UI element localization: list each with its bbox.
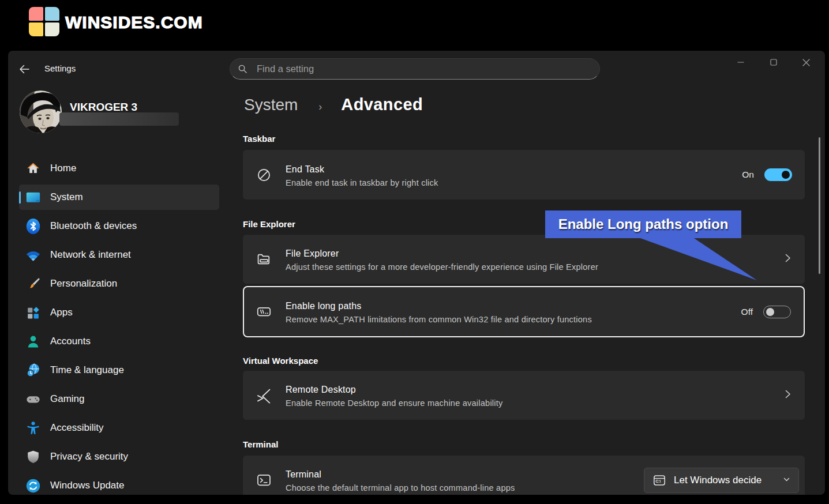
sidebar-item-apps[interactable]: Apps <box>19 300 219 325</box>
user-name: VIKROGER 3 <box>70 101 137 114</box>
privacy-security-icon <box>25 449 42 465</box>
breadcrumb-system[interactable]: System <box>244 96 298 114</box>
long-paths-icon <box>256 304 272 320</box>
toggle-switch[interactable] <box>763 306 791 318</box>
accounts-icon <box>25 333 42 349</box>
end-task-icon <box>256 167 272 183</box>
scrollbar-thumb[interactable] <box>819 137 820 274</box>
section-header-terminal: Terminal <box>243 439 278 449</box>
toggle-switch[interactable] <box>764 168 792 181</box>
svg-text:C:\: C:\ <box>655 479 661 483</box>
remote-desktop-icon <box>256 388 272 404</box>
sidebar-item-accessibility[interactable]: Accessibility <box>19 415 219 441</box>
chevron-right-icon <box>783 253 792 265</box>
selected-indicator <box>19 191 21 204</box>
app-title: Settings <box>44 63 76 73</box>
brand-wordmark: WINSIDES.COM <box>65 13 203 32</box>
toggle-state-label: On <box>742 170 754 180</box>
annotation-callout: Enable Long paths option <box>545 210 776 285</box>
windows-update-icon <box>25 477 42 494</box>
toggle-state-label: Off <box>741 307 753 317</box>
top-banner: WINSIDES.COM <box>0 0 829 51</box>
personalization-icon <box>25 276 42 292</box>
setting-card-terminal[interactable]: TerminalChoose the default terminal app … <box>243 456 805 495</box>
sidebar-item-bluetooth-devices[interactable]: Bluetooth & devices <box>19 213 219 239</box>
sidebar-item-gaming[interactable]: Gaming <box>19 386 219 412</box>
dropdown-let-windows-decide[interactable]: C:\Let Windows decide <box>644 468 799 493</box>
chevron-right-icon <box>783 389 792 401</box>
section-header-taskbar: Taskbar <box>243 134 275 144</box>
section-header-virtual-workspace: Virtual Workspace <box>243 356 318 366</box>
network-icon <box>25 247 42 263</box>
breadcrumb-separator: › <box>318 101 322 113</box>
gaming-icon <box>25 391 42 407</box>
setting-card-enable-long-paths[interactable]: Enable long pathsRemove MAX_PATH limitat… <box>243 286 805 337</box>
back-button[interactable] <box>17 62 31 76</box>
minimize-button[interactable] <box>724 51 757 74</box>
page-title: Advanced <box>341 95 423 114</box>
sidebar-item-accounts[interactable]: Accounts <box>19 329 219 354</box>
sidebar-item-windows-update[interactable]: Windows Update <box>19 473 219 495</box>
search-placeholder: Find a setting <box>257 63 314 74</box>
apps-icon <box>25 304 42 321</box>
winsides-logo <box>29 7 60 37</box>
setting-card-remote-desktop[interactable]: Remote DesktopEnable Remote Desktop and … <box>243 371 805 420</box>
search-input[interactable]: Find a setting <box>230 58 600 80</box>
sidebar-item-network-internet[interactable]: Network & internet <box>19 242 219 268</box>
cmd-icon: C:\ <box>652 473 666 487</box>
file-explorer-icon <box>256 251 272 268</box>
search-icon <box>238 65 247 73</box>
bluetooth-icon <box>25 218 42 234</box>
setting-card-end-task[interactable]: End TaskEnable end task in taskbar by ri… <box>243 150 805 200</box>
accessibility-icon <box>25 420 42 436</box>
sidebar-item-personalization[interactable]: Personalization <box>19 271 219 296</box>
sidebar-item-home[interactable]: Home <box>19 156 219 181</box>
breadcrumb: System › Advanced <box>244 95 423 114</box>
sidebar-item-privacy-security[interactable]: Privacy & security <box>19 444 219 469</box>
chevron-down-icon <box>783 475 790 486</box>
settings-window: Settings Find a setting VIKROGER 3 HomeS… <box>8 51 825 495</box>
system-icon <box>25 189 42 205</box>
close-button[interactable] <box>790 51 823 74</box>
sidebar-item-time-language[interactable]: Time & language <box>19 358 219 383</box>
section-header-file-explorer: File Explorer <box>243 219 295 229</box>
maximize-button[interactable] <box>757 51 790 74</box>
terminal-icon <box>256 472 272 488</box>
user-status-bar <box>59 112 179 126</box>
annotation-text: Enable Long paths option <box>545 210 741 238</box>
sidebar-item-system[interactable]: System <box>19 185 219 210</box>
home-icon <box>25 160 42 176</box>
user-avatar[interactable] <box>20 91 62 133</box>
time-language-icon <box>25 362 42 378</box>
